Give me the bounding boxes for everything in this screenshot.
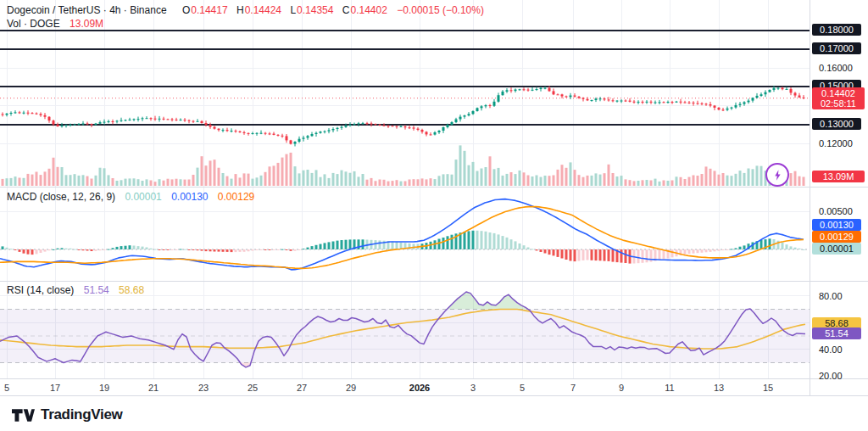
rsi-legend: RSI (14, close) 51.54 58.68 bbox=[7, 283, 144, 297]
time-axis-label: 27 bbox=[297, 383, 307, 393]
time-axis-label: 13 bbox=[714, 383, 724, 393]
time-axis-label: 15 bbox=[763, 383, 773, 393]
time-axis[interactable]: 51719212325272920263579111315 bbox=[0, 378, 810, 399]
main-legend: Dogecoin / TetherUS · 4h · Binance O0.14… bbox=[7, 3, 484, 31]
low-value: 0.14354 bbox=[297, 4, 333, 16]
volume-badge: 13.09M bbox=[812, 171, 865, 182]
time-axis-label: 7 bbox=[570, 383, 576, 393]
volume-value: 13.09M bbox=[70, 18, 103, 30]
macd-axis-label: 0.00500 bbox=[819, 205, 853, 217]
low-label: L bbox=[290, 4, 296, 16]
macd-signal-value: 0.00129 bbox=[218, 191, 254, 203]
change-value: −0.00015 (−0.10%) bbox=[397, 4, 484, 16]
high-label: H bbox=[236, 4, 244, 16]
macd-legend: MACD (close, 12, 26, 9) 0.00001 0.00130 … bbox=[7, 190, 254, 204]
price-level-badge: 0.18000 bbox=[812, 24, 861, 36]
rsi-axis-badge: 51.54 bbox=[812, 327, 861, 339]
macd-line-value: 0.00130 bbox=[171, 191, 208, 203]
last-price-value: 0.14402 bbox=[812, 88, 865, 98]
time-axis-label: 5 bbox=[520, 383, 525, 393]
volume-legend-row: Vol · DOGE 13.09M bbox=[7, 17, 484, 31]
macd-axis-badge: 0.00001 bbox=[812, 243, 861, 255]
lightning-button[interactable] bbox=[765, 163, 789, 187]
price-axis-label: 0.12000 bbox=[819, 137, 853, 149]
rsi-title[interactable]: RSI (14, close) bbox=[7, 284, 74, 296]
price-axis-label: 0.16000 bbox=[819, 62, 853, 74]
lightning-icon bbox=[771, 169, 784, 182]
price-level-badge: 0.17000 bbox=[812, 42, 861, 54]
high-value: 0.14424 bbox=[245, 4, 281, 16]
symbol-title[interactable]: Dogecoin / TetherUS · 4h · Binance bbox=[7, 4, 167, 16]
time-axis-label: 29 bbox=[346, 383, 356, 393]
last-price-badge: 0.1440202:58:11 bbox=[812, 87, 865, 109]
rsi-value: 51.54 bbox=[84, 284, 109, 296]
time-axis-label: 23 bbox=[198, 383, 209, 393]
time-axis-label: 3 bbox=[470, 383, 476, 393]
macd-axis-badge: 0.00129 bbox=[812, 231, 861, 243]
open-value: 0.14417 bbox=[191, 4, 227, 16]
rsi-axis-label: 40.00 bbox=[819, 344, 843, 355]
symbol-legend-row: Dogecoin / TetherUS · 4h · Binance O0.14… bbox=[7, 3, 484, 17]
rsi-axis-label: 80.00 bbox=[819, 290, 843, 302]
tradingview-chart-widget: Dogecoin / TetherUS · 4h · Binance O0.14… bbox=[0, 0, 868, 431]
volume-label[interactable]: Vol · DOGE bbox=[7, 18, 60, 30]
close-label: C bbox=[342, 4, 350, 16]
macd-hist-value: 0.00001 bbox=[125, 191, 161, 203]
price-level-badge: 0.13000 bbox=[812, 118, 861, 130]
time-axis-label: 2026 bbox=[409, 383, 430, 393]
time-axis-label: 9 bbox=[619, 383, 624, 393]
time-axis-label: 5 bbox=[4, 383, 9, 393]
macd-title[interactable]: MACD (close, 12, 26, 9) bbox=[7, 191, 115, 203]
close-value: 0.14402 bbox=[350, 4, 387, 16]
open-label: O bbox=[182, 4, 190, 16]
time-axis-label: 19 bbox=[99, 383, 109, 393]
tradingview-logo-icon[interactable] bbox=[12, 408, 35, 423]
price-axis[interactable]: 0.180000.170000.150000.130000.160000.120… bbox=[810, 0, 868, 399]
footer: TradingView bbox=[12, 405, 123, 425]
brand-name[interactable]: TradingView bbox=[41, 406, 123, 423]
rsi-axis-label: 20.00 bbox=[819, 370, 843, 382]
macd-axis-badge: 0.00130 bbox=[812, 219, 861, 231]
bar-countdown: 02:58:11 bbox=[812, 98, 865, 109]
time-axis-label: 11 bbox=[665, 383, 674, 393]
rsi-ma-value: 58.68 bbox=[119, 284, 144, 296]
time-axis-label: 17 bbox=[50, 383, 60, 393]
time-axis-label: 25 bbox=[248, 383, 258, 393]
time-axis-label: 21 bbox=[148, 383, 159, 393]
